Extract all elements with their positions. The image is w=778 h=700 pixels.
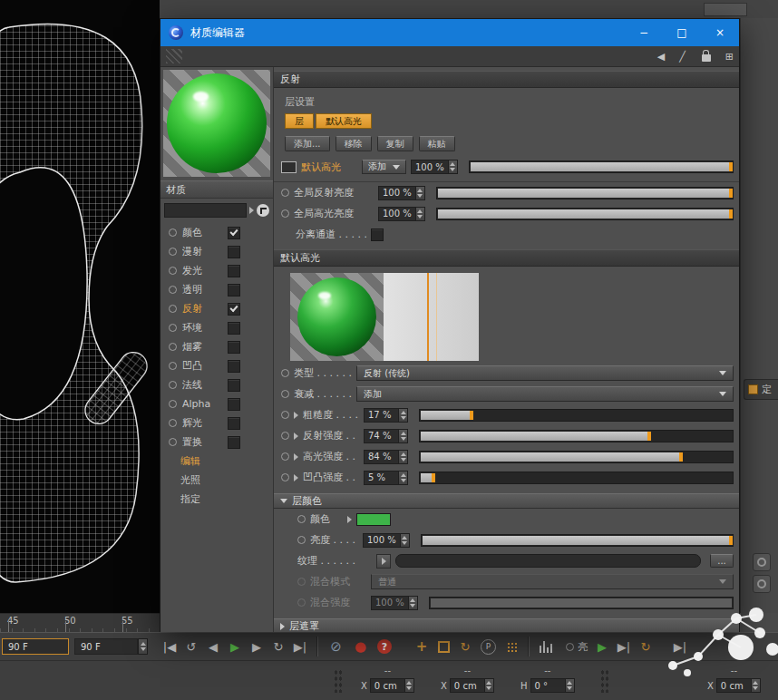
channel-alpha-checkbox[interactable]: [228, 398, 240, 411]
remove-layer-button[interactable]: 移除: [336, 136, 372, 151]
channel-normal-checkbox[interactable]: [228, 379, 240, 392]
coord-input[interactable]: 0 cm: [450, 678, 484, 693]
preview-loop-button[interactable]: ↻: [635, 637, 656, 656]
brightness-slider[interactable]: [421, 534, 734, 547]
stepper-up-icon[interactable]: [401, 473, 406, 477]
stepper-up-icon[interactable]: [417, 209, 423, 213]
channel-transparency[interactable]: 透明: [160, 280, 273, 299]
keyframe-bars-button[interactable]: [535, 637, 557, 656]
channel-bump-checkbox[interactable]: [228, 360, 240, 373]
expand-arrow-icon[interactable]: [294, 474, 298, 481]
channel-bump[interactable]: 凹凸: [160, 356, 273, 375]
keyframe-circle-icon[interactable]: [297, 536, 306, 544]
new-panel-icon[interactable]: ⊞: [725, 51, 734, 63]
channel-diffusion[interactable]: 漫射: [160, 242, 273, 261]
keyframe-circle-icon[interactable]: [281, 390, 289, 398]
channel-fog[interactable]: 烟雾: [160, 337, 273, 356]
stepper-down-icon[interactable]: [417, 194, 423, 198]
value-stepper[interactable]: [398, 429, 408, 443]
color-swatch[interactable]: [356, 513, 391, 526]
coord-stepper[interactable]: [565, 678, 575, 693]
coord-stepper[interactable]: [404, 678, 414, 693]
stepper-up-icon[interactable]: [406, 681, 412, 685]
keyframe-circle-icon[interactable]: [297, 515, 306, 523]
keyframe-circle-icon[interactable]: [281, 473, 289, 481]
bump-strength-value[interactable]: 5 %: [364, 471, 398, 485]
keyframe-circle-icon[interactable]: [281, 369, 289, 377]
prev-frame-button[interactable]: ◀: [202, 637, 224, 656]
preview-end-button[interactable]: ▶|: [669, 637, 691, 656]
record-help-button[interactable]: ?: [377, 639, 392, 654]
close-button[interactable]: ×: [701, 19, 739, 46]
keyframe-circle-icon[interactable]: [169, 286, 177, 294]
keyframe-circle-icon[interactable]: [281, 432, 289, 440]
preview-play-button[interactable]: ▶: [591, 637, 613, 656]
dock-tab-lock[interactable]: 定: [744, 379, 778, 400]
maximize-button[interactable]: □: [663, 19, 701, 46]
stepper-down-icon[interactable]: [753, 686, 758, 690]
stepper-up-icon[interactable]: [401, 452, 406, 456]
autokey-points-button[interactable]: [501, 637, 522, 656]
channel-reflectance[interactable]: 反射: [160, 299, 273, 318]
global-reflection-value[interactable]: 100 %: [378, 186, 415, 200]
keyframe-circle-icon[interactable]: [169, 343, 177, 351]
drag-grip-icon[interactable]: [166, 49, 182, 63]
keyframe-circle-icon[interactable]: [169, 228, 177, 237]
global-specular-value[interactable]: 100 %: [378, 207, 415, 221]
stepper-down-icon[interactable]: [417, 215, 423, 219]
expand-arrow-icon[interactable]: [294, 412, 298, 419]
specular-strength-value[interactable]: 84 %: [364, 450, 398, 464]
stepper-up-icon[interactable]: [141, 642, 146, 646]
roughness-value[interactable]: 17 %: [364, 408, 398, 423]
minimize-button[interactable]: −: [625, 19, 663, 46]
keyframe-circle-icon[interactable]: [169, 438, 177, 446]
keyframe-circle-icon[interactable]: [169, 381, 177, 389]
channel-fog-checkbox[interactable]: [228, 341, 240, 354]
stepper-down-icon[interactable]: [401, 437, 406, 441]
specular-layer-row[interactable]: 默认高光 添加 100 %: [274, 151, 739, 182]
keyframe-circle-icon[interactable]: [169, 267, 177, 275]
layer-color-section[interactable]: 层颜色: [274, 493, 739, 509]
stepper-up-icon[interactable]: [753, 681, 758, 685]
keyframe-circle-icon[interactable]: [281, 189, 289, 197]
layer-add-dropdown[interactable]: 添加: [362, 160, 406, 174]
stepper-up-icon[interactable]: [401, 432, 406, 435]
channel-editor[interactable]: 编辑: [160, 452, 273, 471]
channel-diffusion-checkbox[interactable]: [228, 246, 240, 258]
panel-grip[interactable]: [334, 669, 342, 693]
keyframe-circle-icon[interactable]: [169, 362, 177, 370]
stepper-up-icon[interactable]: [486, 681, 491, 685]
channel-glow-checkbox[interactable]: [228, 417, 240, 430]
autokey-position-button[interactable]: +: [411, 637, 433, 656]
play-button[interactable]: ▶: [224, 637, 246, 656]
dock-icon-1[interactable]: [753, 553, 771, 571]
keyframe-circle-icon[interactable]: [566, 643, 574, 651]
coord-input[interactable]: 0 cm: [370, 678, 404, 693]
channel-color[interactable]: 颜色: [160, 223, 273, 242]
goto-start-button[interactable]: |◀: [159, 637, 180, 656]
expand-arrow-icon[interactable]: [347, 516, 352, 523]
channel-reflectance-checkbox[interactable]: [228, 303, 240, 316]
goto-end-button[interactable]: ▶|: [289, 637, 311, 656]
stepper-up-icon[interactable]: [450, 162, 455, 166]
record-disabled-button[interactable]: ⊘: [328, 639, 344, 655]
type-dropdown[interactable]: 反射 (传统): [356, 365, 734, 381]
stepper-up-icon[interactable]: [417, 189, 423, 192]
channel-environment-checkbox[interactable]: [228, 322, 240, 335]
stepper-down-icon[interactable]: [406, 686, 412, 690]
paste-layer-button[interactable]: 粘贴: [419, 136, 455, 151]
play-backward-button[interactable]: ↺: [180, 637, 202, 656]
coord-input[interactable]: 0 cm: [716, 678, 751, 693]
keyframe-circle-icon[interactable]: [281, 452, 289, 461]
keyframe-circle-icon[interactable]: [169, 419, 177, 427]
channel-luminance[interactable]: 发光: [160, 261, 273, 280]
layer-name[interactable]: 默认高光: [301, 160, 357, 174]
texture-field[interactable]: [395, 554, 701, 568]
lock-icon[interactable]: [702, 54, 711, 62]
record-button[interactable]: ●: [353, 639, 368, 655]
stepper-down-icon[interactable]: [141, 647, 146, 651]
layer-visibility-icon[interactable]: [281, 161, 297, 173]
material-name-field[interactable]: [164, 203, 247, 218]
layer-mask-section[interactable]: 层遮罩: [274, 618, 739, 632]
brightness-value[interactable]: 100 %: [363, 533, 400, 548]
